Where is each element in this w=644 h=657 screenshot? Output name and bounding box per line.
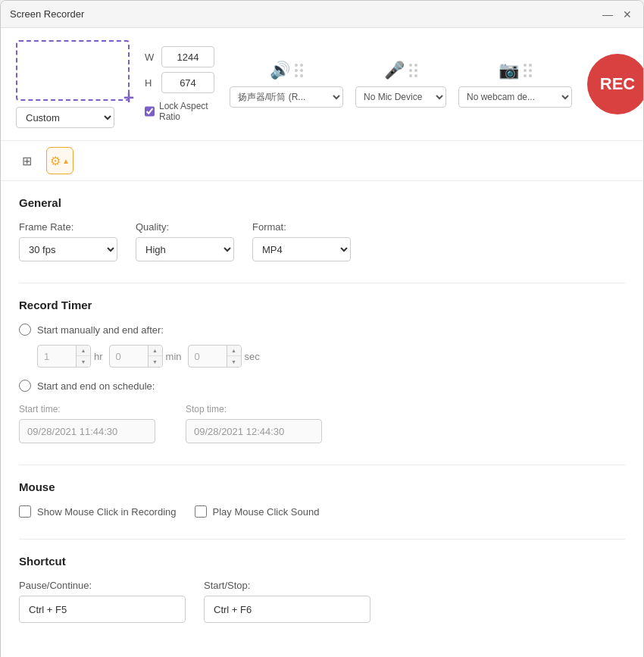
sec-unit: sec: [245, 351, 260, 362]
sec-input-wrap: ▲ ▼: [188, 345, 242, 368]
mouse-section: Mouse Show Mouse Click in Recording Play…: [19, 480, 625, 518]
mic-icon: 🎤: [384, 61, 405, 80]
stop-time-input[interactable]: [186, 419, 322, 443]
radio2-label: Start and end on schedule:: [37, 380, 155, 392]
start-time-group: Start time:: [19, 404, 155, 443]
capture-mode-select[interactable]: Custom Full Screen Fixed Region: [16, 107, 114, 128]
capture-preview[interactable]: ✛: [16, 40, 130, 101]
radio1-row: Start manually and end after:: [19, 324, 625, 336]
sec-up-btn[interactable]: ▲: [227, 346, 241, 356]
lock-row: Lock Aspect Ratio: [145, 101, 214, 122]
height-label: H: [145, 77, 157, 89]
radio2-row: Start and end on schedule:: [19, 380, 625, 392]
mic-group: 🎤 No Mic Device: [355, 61, 446, 108]
start-stop-input[interactable]: [204, 596, 370, 623]
play-sound-group: Play Mouse Click Sound: [195, 505, 320, 518]
hr-up-btn[interactable]: ▲: [77, 346, 90, 356]
window-controls: — ✕: [601, 8, 634, 21]
rec-button[interactable]: REC: [587, 54, 644, 114]
separator-3: [19, 539, 625, 540]
record-timer-section: Record Timer Start manually and end afte…: [19, 299, 625, 443]
hr-unit: hr: [94, 351, 103, 362]
shortcut-section: Shortcut Pause/Continue: Start/Stop:: [19, 555, 625, 623]
mic-select[interactable]: No Mic Device: [355, 86, 446, 108]
frame-rate-label: Frame Rate:: [19, 221, 117, 233]
stop-time-label: Stop time:: [186, 404, 322, 415]
speaker-group: 🔊 扬声器/听筒 (R...: [230, 61, 343, 108]
minimize-button[interactable]: —: [601, 8, 614, 21]
radio1-label: Start manually and end after:: [37, 324, 164, 336]
radio-schedule[interactable]: [19, 380, 31, 392]
min-spinner: ▲ ▼: [148, 346, 162, 367]
radio-manual[interactable]: [19, 324, 31, 336]
frame-rate-group: Frame Rate: 30 fps 15 fps 20 fps 24 fps …: [19, 221, 117, 261]
format-select[interactable]: MP4 AVI MOV FLV: [252, 237, 351, 261]
dimensions-area: W H Lock Aspect Ratio: [145, 46, 214, 122]
webcam-dots: [524, 64, 532, 77]
width-row: W: [145, 46, 214, 67]
mouse-checkbox-row: Show Mouse Click in Recording Play Mouse…: [19, 505, 625, 518]
record-timer-title: Record Timer: [19, 299, 625, 311]
frame-rate-select[interactable]: 30 fps 15 fps 20 fps 24 fps 60 fps: [19, 237, 117, 261]
close-button[interactable]: ✕: [621, 8, 634, 21]
separator-1: [19, 283, 625, 283]
timer-inputs: ▲ ▼ hr ▲ ▼ min: [37, 345, 625, 368]
speaker-icon: 🔊: [270, 61, 290, 80]
show-click-label: Show Mouse Click in Recording: [37, 506, 177, 518]
window-title: Screen Recorder: [10, 8, 601, 20]
settings-icon: ⚙: [50, 154, 61, 168]
separator-2: [19, 465, 625, 465]
webcam-select[interactable]: No webcam de...: [458, 86, 572, 108]
sec-input[interactable]: [189, 346, 227, 367]
start-time-input[interactable]: [19, 419, 155, 443]
crosshair-icon: ✛: [123, 92, 133, 105]
devices-area: 🔊 扬声器/听筒 (R... 🎤: [230, 61, 572, 108]
hr-down-btn[interactable]: ▼: [77, 356, 90, 367]
height-input[interactable]: [161, 72, 214, 93]
app-window: Screen Recorder — ✕ ✛ Custom Full Screen…: [0, 0, 644, 657]
show-click-checkbox[interactable]: [19, 505, 31, 518]
width-input[interactable]: [161, 46, 214, 67]
pause-input[interactable]: [19, 596, 186, 623]
min-up-btn[interactable]: ▲: [148, 346, 162, 356]
lock-label: Lock Aspect Ratio: [159, 101, 214, 122]
webcam-icon: 📷: [499, 61, 519, 80]
lock-aspect-checkbox[interactable]: [145, 105, 155, 117]
quality-select[interactable]: High Low Medium: [136, 237, 234, 261]
stop-time-group: Stop time:: [186, 404, 322, 443]
start-stop-label: Start/Stop:: [204, 580, 370, 591]
mic-dots: [409, 64, 417, 77]
webcam-icon-row: 📷: [499, 61, 532, 80]
speaker-select[interactable]: 扬声器/听筒 (R...: [230, 86, 343, 108]
min-down-btn[interactable]: ▼: [148, 356, 162, 367]
general-title: General: [19, 196, 625, 209]
hr-group: ▲ ▼ hr: [37, 345, 103, 368]
min-group: ▲ ▼ min: [109, 345, 182, 368]
top-section: ✛ Custom Full Screen Fixed Region W H Lo…: [1, 28, 643, 141]
min-input-wrap: ▲ ▼: [109, 345, 163, 368]
quality-label: Quality:: [136, 221, 234, 233]
min-unit: min: [166, 351, 182, 362]
start-time-label: Start time:: [19, 404, 155, 415]
sec-down-btn[interactable]: ▼: [227, 356, 241, 367]
general-section: General Frame Rate: 30 fps 15 fps 20 fps…: [19, 196, 625, 261]
sec-group: ▲ ▼ sec: [188, 345, 260, 368]
mic-icon-row: 🎤: [384, 61, 417, 80]
show-click-group: Show Mouse Click in Recording: [19, 505, 177, 518]
settings-button[interactable]: ⚙ ▲: [46, 147, 73, 174]
shortcut-title: Shortcut: [19, 555, 625, 568]
hr-input[interactable]: [38, 346, 76, 367]
format-label: Format:: [252, 221, 351, 233]
start-stop-group: Start/Stop:: [204, 580, 370, 623]
pause-label: Pause/Continue:: [19, 580, 186, 591]
height-row: H: [145, 72, 214, 93]
settings-chevron: ▲: [62, 157, 70, 165]
layout-icon: ⊞: [22, 154, 32, 168]
min-input[interactable]: [110, 346, 148, 367]
layout-button[interactable]: ⊞: [13, 147, 40, 174]
hr-input-wrap: ▲ ▼: [37, 345, 91, 368]
play-sound-checkbox[interactable]: [195, 505, 207, 518]
capture-area: ✛ Custom Full Screen Fixed Region: [16, 40, 130, 128]
settings-content: General Frame Rate: 30 fps 15 fps 20 fps…: [1, 181, 643, 657]
sec-spinner: ▲ ▼: [227, 346, 241, 367]
